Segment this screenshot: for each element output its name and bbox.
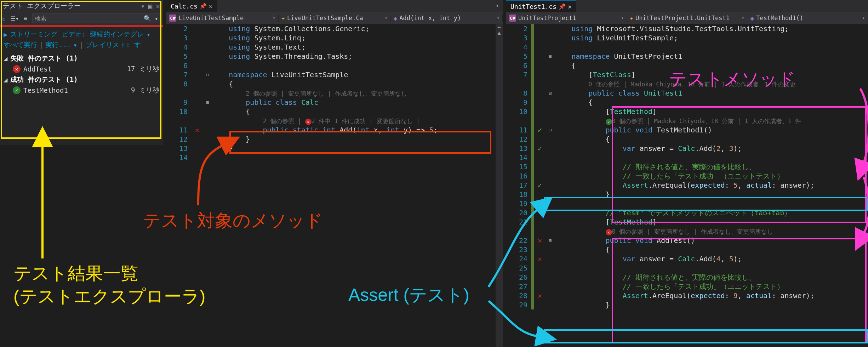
unit-nav-bar: UnitTestProject1▾ ✦UnitTestProject1.Unit… [506, 12, 868, 24]
code-line[interactable]: 23 { [506, 245, 868, 254]
pass-icon [13, 86, 21, 94]
code-line[interactable]: 8 { [166, 79, 503, 89]
test-explorer-panel: テスト エクスプローラー ▾ ▣ ✕ ↻ ☰▾ ≡ 検索 🔍 ▾ ▶ ストリーミ… [0, 0, 163, 145]
code-line[interactable]: 22 ✕ ⊟ public void AddTest() [506, 236, 868, 245]
unittest-editor: UnitTest1.cs 📌 ✕ UnitTestProject1▾ ✦Unit… [506, 0, 868, 347]
pin-icon[interactable]: ▣ [148, 2, 152, 10]
close-icon[interactable]: ✕ [209, 2, 213, 10]
code-line[interactable]: 27 // 一致したら「テスト成功」（ユニットテスト） [506, 282, 868, 291]
code-line[interactable]: 14 [506, 153, 868, 162]
method-icon: ◈ [750, 15, 754, 22]
code-line[interactable]: 2 using Microsoft.VisualStudio.TestTools… [506, 24, 868, 33]
code-line[interactable]: 12 { [506, 135, 868, 144]
pin-icon[interactable]: 📌 [200, 3, 207, 10]
nav-class[interactable]: ✦LiveUnitTestSample.Ca▾ [279, 15, 391, 22]
code-line[interactable]: 2 個の参照 | 変更箇所なし | 作成者なし、変更箇所なし [166, 89, 503, 98]
test-explorer-title: テスト エクスプローラー [3, 1, 81, 11]
dropdown-icon[interactable]: ▾ [141, 2, 145, 10]
code-line[interactable]: 17 ✓ Assert.AreEqual(expected: 5, actual… [506, 181, 868, 190]
code-line[interactable]: 28 ✕ Assert.AreEqual(expected: 9, actual… [506, 291, 868, 300]
csharp-icon [509, 15, 516, 22]
run-all-link[interactable]: すべて実行 [4, 40, 37, 50]
code-line[interactable]: 21 [TestMethod] [506, 217, 868, 227]
passed-test-item[interactable]: TestMethod1 9 ミリ秒 [0, 85, 163, 96]
code-line[interactable]: 9 { [506, 98, 868, 107]
code-line[interactable]: 3 using LiveUnitTestSample; [506, 33, 868, 42]
pin-icon[interactable]: 📌 [559, 3, 566, 10]
calc-code-area[interactable]: 2 using System.Collections.Generic; 3 us… [166, 24, 503, 162]
code-line[interactable]: 0 個の参照 | 変更箇所なし | 作成者なし、変更箇所なし [506, 227, 868, 236]
calc-tab-bar: Calc.cs 📌 ✕ ▾ [166, 0, 503, 12]
code-line[interactable]: 11 ✓ ⊟ public void TestMethod1() [506, 125, 868, 135]
code-line[interactable]: 10 [TestMethod] [506, 107, 868, 116]
search-icon: 🔍 ▾ [144, 15, 158, 22]
passed-group[interactable]: ◢ 成功 件のテスト (1) [0, 74, 163, 85]
playlist-link[interactable]: プレイリスト: す [86, 40, 141, 50]
unit-code-area[interactable]: 2 using Microsoft.VisualStudio.TestTools… [506, 24, 868, 309]
code-line[interactable]: 3 using System.Linq; [166, 33, 503, 42]
group-icon[interactable]: ☰▾ [11, 15, 19, 22]
code-line[interactable]: 13 } [166, 144, 503, 153]
code-line[interactable]: 5 using System.Threading.Tasks; [166, 52, 503, 61]
chevron-down-icon: ◢ [4, 76, 7, 84]
close-icon[interactable]: ✕ [568, 3, 572, 10]
code-line[interactable]: 24 ✕ var answer = Calc.Add(4, 5); [506, 254, 868, 263]
tab-unittest[interactable]: UnitTest1.cs 📌 ✕ [506, 0, 576, 12]
refresh-icon[interactable]: ↻ [2, 15, 6, 22]
scrollbar[interactable]: ↔ ▲ [496, 24, 503, 347]
code-line[interactable]: 14 [166, 153, 503, 162]
code-line[interactable]: 29 } [506, 300, 868, 309]
code-line[interactable]: 7 ⊟ namespace LiveUnitTestSample [166, 70, 503, 79]
code-line[interactable]: 15 // 期待される値と、実際の値を比較し、 [506, 162, 868, 171]
run-row: すべて実行 | 実行... ▾ | プレイリスト: す [0, 40, 163, 50]
nav-method[interactable]: ◈Add(int x, int y)▾ [390, 15, 503, 22]
calc-nav-bar: LiveUnitTestSample▾ ✦LiveUnitTestSample.… [166, 12, 503, 24]
code-line[interactable]: 2 using System.Collections.Generic; [166, 24, 503, 33]
test-explorer-toolbar: ↻ ☰▾ ≡ 検索 🔍 ▾ [0, 12, 163, 25]
code-line[interactable]: 6 [166, 61, 503, 70]
failed-group[interactable]: ◢ 失敗 件のテスト (1) [0, 50, 163, 64]
nav-method[interactable]: ◈TestMethod1()▾ [747, 15, 868, 22]
code-line[interactable]: 2 個の参照 | 2 件中 1 件に成功 | 変更箇所なし | [166, 116, 503, 125]
run-link[interactable]: 実行... [45, 40, 71, 50]
chevron-down-icon: ◢ [4, 55, 7, 62]
code-line[interactable]: 4 using System.Text; [166, 42, 503, 52]
code-line[interactable]: 13 ✓ var answer = Calc.Add(2, 3); [506, 144, 868, 153]
code-line[interactable]: 26 // 期待される値と、実際の値を比較し、 [506, 273, 868, 282]
code-line[interactable]: 9 ⊟ public class Calc [166, 98, 503, 107]
code-line[interactable]: 18 } [506, 190, 868, 199]
code-line[interactable]: 6 { [506, 61, 868, 70]
unit-tab-bar: UnitTest1.cs 📌 ✕ [506, 0, 868, 12]
fail-icon [13, 65, 21, 73]
csharp-icon [169, 15, 176, 22]
nav-project[interactable]: UnitTestProject1▾ [506, 15, 627, 22]
code-line[interactable]: 10 { [166, 107, 503, 116]
close-icon[interactable]: ✕ [156, 2, 160, 10]
scroll-up-icon[interactable]: ▲ [496, 30, 503, 35]
code-line[interactable]: 12 } [166, 135, 503, 144]
nav-class[interactable]: ✦UnitTestProject1.UnitTest1▾ [627, 15, 748, 22]
search-placeholder: 検索 [35, 15, 47, 23]
nav-project[interactable]: LiveUnitTestSample▾ [166, 15, 279, 22]
failed-test-item[interactable]: AddTest 17 ミリ秒 [0, 64, 163, 74]
code-line[interactable]: 20 // "tesm" でテストメソッドのスニペット（tab+tab） [506, 208, 868, 217]
dropdown-icon[interactable]: ▾ [492, 0, 503, 12]
streaming-link[interactable]: ▶ ストリーミング ビデオ: 継続的インテグレ ▾ [0, 27, 163, 40]
filter-icon[interactable]: ≡ [24, 15, 27, 22]
code-line[interactable]: 25 [506, 263, 868, 273]
code-line[interactable]: 11 ✕ public static int Add(int x, int y)… [166, 125, 503, 135]
test-explorer-titlebar[interactable]: テスト エクスプローラー ▾ ▣ ✕ [0, 0, 163, 12]
code-line[interactable]: 8 ⊟ public class UnitTest1 [506, 89, 868, 98]
code-line[interactable]: 5 ⊟ namespace UnitTestProject1 [506, 52, 868, 61]
tab-calc[interactable]: Calc.cs 📌 ✕ [166, 0, 217, 12]
code-line[interactable]: 0 個の参照 | Madoka Chiyoda、18 分前 | 1 人の作成者、… [506, 79, 868, 89]
calc-editor: Calc.cs 📌 ✕ ▾ LiveUnitTestSample▾ ✦LiveU… [166, 0, 503, 347]
code-line[interactable]: 0 個の参照 | Madoka Chiyoda、18 分前 | 1 人の作成者、… [506, 116, 868, 125]
code-line[interactable]: 7 [TestClass] [506, 70, 868, 79]
code-line[interactable]: 16 // 一致したら「テスト成功」（ユニットテスト） [506, 171, 868, 181]
method-icon: ◈ [393, 15, 397, 22]
search-input[interactable]: 検索 🔍 ▾ [32, 13, 161, 23]
code-line[interactable]: 19 [506, 199, 868, 208]
code-line[interactable]: 4 [506, 42, 868, 52]
